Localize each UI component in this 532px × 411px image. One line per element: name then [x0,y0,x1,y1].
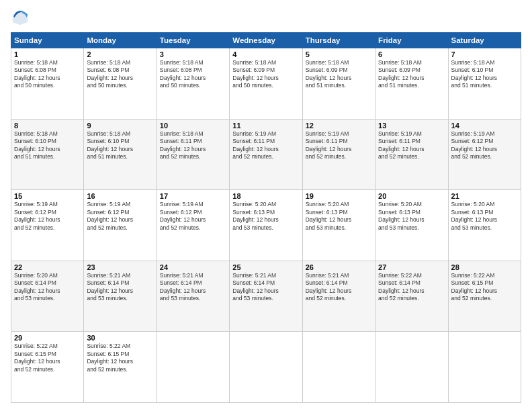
day-info: Sunrise: 5:20 AMSunset: 6:14 PMDaylight:… [14,272,81,303]
day-info: Sunrise: 5:18 AMSunset: 6:08 PMDaylight:… [14,59,81,90]
calendar-week-row: 8Sunrise: 5:18 AMSunset: 6:10 PMDaylight… [11,119,521,190]
day-number: 6 [378,50,445,58]
calendar-cell: 7Sunrise: 5:18 AMSunset: 6:10 PMDaylight… [448,48,521,120]
calendar-cell: 14Sunrise: 5:19 AMSunset: 6:12 PMDayligh… [448,119,521,190]
calendar-cell: 21Sunrise: 5:20 AMSunset: 6:13 PMDayligh… [448,190,521,261]
day-info: Sunrise: 5:20 AMSunset: 6:13 PMDaylight:… [232,201,299,232]
day-number: 22 [14,263,81,271]
day-info: Sunrise: 5:21 AMSunset: 6:14 PMDaylight:… [306,272,372,303]
day-info: Sunrise: 5:18 AMSunset: 6:10 PMDaylight:… [451,59,518,90]
day-number: 24 [160,263,226,271]
calendar-header-saturday: Saturday [448,33,521,48]
day-info: Sunrise: 5:22 AMSunset: 6:15 PMDaylight:… [87,342,153,373]
day-info: Sunrise: 5:21 AMSunset: 6:14 PMDaylight:… [232,272,299,303]
day-info: Sunrise: 5:21 AMSunset: 6:14 PMDaylight:… [160,272,226,303]
day-number: 12 [306,122,372,130]
calendar-header-sunday: Sunday [11,33,84,48]
calendar-cell [448,332,521,403]
calendar-cell: 19Sunrise: 5:20 AMSunset: 6:13 PMDayligh… [302,190,375,261]
calendar-cell [375,332,448,403]
calendar-cell: 4Sunrise: 5:18 AMSunset: 6:09 PMDaylight… [230,48,302,120]
day-info: Sunrise: 5:20 AMSunset: 6:13 PMDaylight:… [378,201,445,232]
day-number: 14 [451,122,518,130]
day-number: 4 [232,50,299,58]
day-number: 8 [14,122,81,130]
day-info: Sunrise: 5:18 AMSunset: 6:09 PMDaylight:… [378,59,445,90]
day-number: 15 [14,192,81,200]
day-number: 1 [14,50,81,58]
day-info: Sunrise: 5:18 AMSunset: 6:10 PMDaylight:… [14,130,81,161]
calendar-header-friday: Friday [375,33,448,48]
logo [11,8,32,27]
day-number: 16 [87,192,153,200]
day-number: 11 [232,122,299,130]
calendar-header-thursday: Thursday [302,33,375,48]
calendar-header-monday: Monday [84,33,157,48]
day-info: Sunrise: 5:22 AMSunset: 6:14 PMDaylight:… [378,272,445,303]
day-number: 17 [160,192,226,200]
day-info: Sunrise: 5:20 AMSunset: 6:13 PMDaylight:… [451,201,518,232]
calendar-week-row: 15Sunrise: 5:19 AMSunset: 6:12 PMDayligh… [11,190,521,261]
day-info: Sunrise: 5:18 AMSunset: 6:08 PMDaylight:… [87,59,153,90]
day-info: Sunrise: 5:19 AMSunset: 6:12 PMDaylight:… [14,201,81,232]
calendar-cell: 30Sunrise: 5:22 AMSunset: 6:15 PMDayligh… [84,332,157,403]
calendar-cell: 20Sunrise: 5:20 AMSunset: 6:13 PMDayligh… [375,190,448,261]
day-info: Sunrise: 5:18 AMSunset: 6:10 PMDaylight:… [87,130,153,161]
day-number: 3 [160,50,226,58]
day-info: Sunrise: 5:18 AMSunset: 6:11 PMDaylight:… [160,130,226,161]
calendar-cell: 17Sunrise: 5:19 AMSunset: 6:12 PMDayligh… [157,190,229,261]
day-number: 7 [451,50,518,58]
day-info: Sunrise: 5:19 AMSunset: 6:12 PMDaylight:… [87,201,153,232]
day-number: 29 [14,334,81,342]
calendar-cell: 10Sunrise: 5:18 AMSunset: 6:11 PMDayligh… [157,119,229,190]
calendar-cell: 27Sunrise: 5:22 AMSunset: 6:14 PMDayligh… [375,261,448,332]
calendar-cell: 2Sunrise: 5:18 AMSunset: 6:08 PMDaylight… [84,48,157,120]
calendar-table: SundayMondayTuesdayWednesdayThursdayFrid… [11,32,521,403]
day-info: Sunrise: 5:18 AMSunset: 6:09 PMDaylight:… [232,59,299,90]
day-number: 28 [451,263,518,271]
calendar-cell: 25Sunrise: 5:21 AMSunset: 6:14 PMDayligh… [230,261,302,332]
calendar-cell: 29Sunrise: 5:22 AMSunset: 6:15 PMDayligh… [11,332,84,403]
day-info: Sunrise: 5:20 AMSunset: 6:13 PMDaylight:… [306,201,372,232]
day-number: 21 [451,192,518,200]
calendar-cell: 8Sunrise: 5:18 AMSunset: 6:10 PMDaylight… [11,119,84,190]
day-info: Sunrise: 5:21 AMSunset: 6:14 PMDaylight:… [87,272,153,303]
day-number: 2 [87,50,153,58]
calendar-cell [157,332,229,403]
day-number: 26 [306,263,372,271]
day-info: Sunrise: 5:19 AMSunset: 6:11 PMDaylight:… [306,130,372,161]
calendar-header-wednesday: Wednesday [230,33,302,48]
calendar-cell: 23Sunrise: 5:21 AMSunset: 6:14 PMDayligh… [84,261,157,332]
day-number: 30 [87,334,153,342]
logo-icon [11,8,30,27]
calendar-header-tuesday: Tuesday [157,33,229,48]
calendar-week-row: 1Sunrise: 5:18 AMSunset: 6:08 PMDaylight… [11,48,521,120]
day-number: 9 [87,122,153,130]
calendar-cell: 5Sunrise: 5:18 AMSunset: 6:09 PMDaylight… [302,48,375,120]
calendar-header-row: SundayMondayTuesdayWednesdayThursdayFrid… [11,33,521,48]
calendar-cell: 9Sunrise: 5:18 AMSunset: 6:10 PMDaylight… [84,119,157,190]
calendar-cell: 11Sunrise: 5:19 AMSunset: 6:11 PMDayligh… [230,119,302,190]
page-header [11,8,521,27]
day-number: 27 [378,263,445,271]
day-info: Sunrise: 5:19 AMSunset: 6:12 PMDaylight:… [451,130,518,161]
day-number: 25 [232,263,299,271]
day-info: Sunrise: 5:19 AMSunset: 6:11 PMDaylight:… [378,130,445,161]
calendar-cell: 1Sunrise: 5:18 AMSunset: 6:08 PMDaylight… [11,48,84,120]
calendar-cell: 12Sunrise: 5:19 AMSunset: 6:11 PMDayligh… [302,119,375,190]
calendar-cell: 22Sunrise: 5:20 AMSunset: 6:14 PMDayligh… [11,261,84,332]
day-info: Sunrise: 5:19 AMSunset: 6:11 PMDaylight:… [232,130,299,161]
calendar-cell: 26Sunrise: 5:21 AMSunset: 6:14 PMDayligh… [302,261,375,332]
calendar-cell [230,332,302,403]
day-number: 23 [87,263,153,271]
day-number: 18 [232,192,299,200]
day-info: Sunrise: 5:22 AMSunset: 6:15 PMDaylight:… [14,342,81,373]
calendar-cell: 28Sunrise: 5:22 AMSunset: 6:15 PMDayligh… [448,261,521,332]
day-number: 20 [378,192,445,200]
day-info: Sunrise: 5:18 AMSunset: 6:08 PMDaylight:… [160,59,226,90]
calendar-cell: 3Sunrise: 5:18 AMSunset: 6:08 PMDaylight… [157,48,229,120]
day-number: 19 [306,192,372,200]
day-info: Sunrise: 5:19 AMSunset: 6:12 PMDaylight:… [160,201,226,232]
day-info: Sunrise: 5:18 AMSunset: 6:09 PMDaylight:… [306,59,372,90]
calendar-cell: 15Sunrise: 5:19 AMSunset: 6:12 PMDayligh… [11,190,84,261]
